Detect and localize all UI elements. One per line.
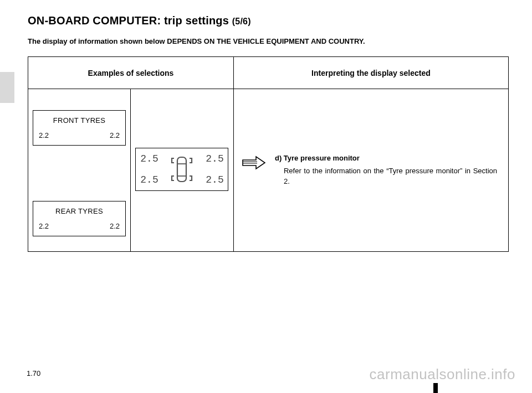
examples-display-column: 2.5: [131, 89, 234, 252]
watermark-text: carmanualsonline.info: [370, 366, 515, 383]
rear-tyres-box: REAR TYRES 2.2 2.2: [33, 201, 126, 236]
rear-tyres-title: REAR TYRES: [38, 207, 121, 215]
page-title: ON-BOARD COMPUTER: trip settings (5/6): [28, 14, 507, 27]
title-part: (5/6): [232, 17, 251, 26]
rear-tyre-right-value: 2.2: [110, 222, 120, 230]
lcd-front-right: 2.5: [201, 153, 228, 164]
lcd-front-left: 2.5: [136, 153, 162, 164]
car-icon: [162, 153, 201, 186]
examples-text-column: FRONT TYRES 2.2 2.2 REAR TYRES 2.2 2.2: [28, 89, 131, 252]
front-tyres-box: FRONT TYRES 2.2 2.2: [33, 110, 126, 146]
print-mark: [433, 383, 438, 393]
arrow-icon: [242, 156, 266, 172]
trip-settings-table: Examples of selections Interpreting the …: [28, 56, 509, 252]
svg-rect-0: [177, 157, 186, 182]
lcd-display: 2.5: [135, 148, 228, 191]
rear-tyre-left-value: 2.2: [39, 222, 49, 230]
lcd-rear-right: 2.5: [201, 174, 228, 185]
interpretation-body: Refer to the information on the “Tyre pr…: [275, 166, 497, 187]
disclaimer-text: The display of information shown below D…: [28, 37, 507, 45]
front-tyre-right-value: 2.2: [110, 131, 120, 139]
page-number: 1.70: [27, 369, 40, 378]
interpretation-column: d) Tyre pressure monitor Refer to the in…: [233, 89, 508, 252]
front-tyre-left-value: 2.2: [39, 131, 49, 139]
title-main: ON-BOARD COMPUTER: trip settings: [28, 14, 229, 27]
header-examples: Examples of selections: [28, 57, 234, 89]
lcd-rear-left: 2.5: [136, 174, 162, 185]
front-tyres-title: FRONT TYRES: [38, 116, 121, 125]
side-tab: [0, 72, 14, 103]
interpretation-heading: d) Tyre pressure monitor: [275, 153, 497, 164]
header-interpreting: Interpreting the display selected: [233, 57, 508, 89]
